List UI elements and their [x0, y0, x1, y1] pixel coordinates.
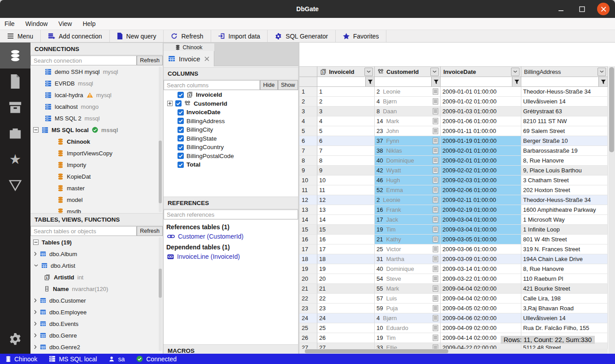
cell-billing-address[interactable]: Berger Straße 10: [521, 136, 608, 146]
menu-file[interactable]: File: [4, 20, 15, 27]
checkbox-checked-icon[interactable]: [178, 92, 184, 98]
rail-item-files[interactable]: [0, 69, 30, 94]
cell-invoice-date[interactable]: 2009-04-06 02:00:00: [441, 313, 521, 323]
columns-hide-button[interactable]: Hide: [260, 80, 278, 90]
open-reference-icon[interactable]: [433, 157, 438, 164]
row-number-cell[interactable]: 4: [299, 116, 317, 126]
rail-item-archive[interactable]: [0, 94, 30, 120]
cell-billing-address[interactable]: 1600 Amphitheatre Parkway: [521, 205, 608, 215]
grid-vertical-scrollbar[interactable]: [608, 66, 615, 354]
checkbox-checked-icon[interactable]: [178, 109, 184, 116]
cell-invoice-id[interactable]: 15: [317, 225, 375, 235]
collapse-expander-icon[interactable]: [33, 127, 39, 133]
cell-billing-address[interactable]: Ullevålsveien 14: [521, 313, 608, 323]
row-number-cell[interactable]: 6: [299, 136, 317, 146]
cell-billing-address[interactable]: 801 W 4th Street: [521, 235, 608, 244]
maximize-button[interactable]: [576, 4, 587, 14]
cell-customer-id[interactable]: 4Bjørn: [375, 313, 441, 323]
cell-billing-address[interactable]: Grétrystraat 63: [521, 107, 608, 116]
cell-customer-id[interactable]: 8Daan: [375, 107, 441, 116]
cell-invoice-id[interactable]: 25: [317, 323, 375, 333]
row-number-cell[interactable]: 11: [299, 185, 317, 195]
open-reference-icon[interactable]: [433, 256, 438, 262]
filter-funnel-icon[interactable]: [365, 77, 374, 86]
cell-invoice-id[interactable]: 22: [317, 294, 375, 304]
cell-customer-id[interactable]: 54Steve: [375, 274, 441, 284]
open-reference-icon[interactable]: [433, 137, 438, 144]
cell-invoice-id[interactable]: 18: [317, 254, 375, 264]
open-reference-icon[interactable]: [433, 295, 438, 302]
row-number-cell[interactable]: 12: [299, 195, 317, 205]
chevron-right-icon[interactable]: [34, 345, 37, 349]
cell-invoice-date[interactable]: 2009-04-04 02:00:00: [441, 294, 521, 304]
cell-billing-address[interactable]: 421 Bourke Street: [521, 284, 608, 294]
cell-billing-address[interactable]: 194A Chain Lake Drive: [521, 254, 608, 264]
row-number-cell[interactable]: 21: [299, 284, 317, 294]
connection-item[interactable]: localhostmongo: [30, 101, 163, 112]
cell-billing-address[interactable]: 9, Place Louis Barthou: [521, 166, 608, 176]
open-reference-icon[interactable]: [433, 88, 438, 95]
toolbar-button-add-connection[interactable]: Add connection: [41, 30, 110, 42]
connections-scrollbar[interactable]: [159, 67, 162, 212]
cell-customer-id[interactable]: 59Puja: [375, 304, 441, 313]
database-item[interactable]: Chinook: [30, 136, 163, 147]
column-checkbox-item[interactable]: BillingCity: [164, 125, 298, 134]
row-number-cell[interactable]: 14: [299, 215, 317, 225]
column-menu-chevron-icon[interactable]: [364, 68, 373, 76]
column-checkbox-item[interactable]: Total: [164, 160, 298, 169]
row-number-cell[interactable]: 26: [299, 333, 317, 343]
open-reference-icon[interactable]: [433, 275, 438, 282]
cell-invoice-id[interactable]: 4: [317, 116, 375, 126]
grid-header-BillingAddress[interactable]: BillingAddress: [521, 66, 608, 77]
cell-invoice-date[interactable]: 2009-03-04 01:00:00: [441, 215, 521, 225]
cell-customer-id[interactable]: 38Niklas: [375, 146, 441, 156]
open-reference-icon[interactable]: [433, 325, 438, 331]
row-number-cell[interactable]: 24: [299, 313, 317, 323]
cell-customer-id[interactable]: 40Dominique: [375, 156, 441, 166]
cell-billing-address[interactable]: 110 Raeburn Pl: [521, 274, 608, 284]
menu-help[interactable]: Help: [82, 20, 95, 27]
reference-link[interactable]: InvoiceLine (InvoiceId): [166, 253, 295, 260]
chevron-right-icon[interactable]: [34, 310, 37, 314]
cell-customer-id[interactable]: 52Emma: [375, 185, 441, 195]
cell-invoice-id[interactable]: 20: [317, 274, 375, 284]
row-number-cell[interactable]: 13: [299, 205, 317, 215]
cell-invoice-date[interactable]: 2009-01-19 01:00:00: [441, 136, 521, 146]
cell-invoice-date[interactable]: 2009-02-01 01:00:00: [441, 156, 521, 166]
cell-customer-id[interactable]: 37Fynn: [375, 136, 441, 146]
cell-billing-address[interactable]: 3,Raj Bhavan Road: [521, 304, 608, 313]
minimize-button[interactable]: [556, 4, 567, 14]
open-reference-icon[interactable]: [433, 98, 438, 105]
checkbox-checked-icon[interactable]: [178, 127, 184, 133]
cell-customer-id[interactable]: 14Mark: [375, 116, 441, 126]
cell-invoice-id[interactable]: 6: [317, 136, 375, 146]
database-item[interactable]: model: [30, 194, 163, 206]
cell-invoice-id[interactable]: 5: [317, 126, 375, 136]
chevron-right-icon[interactable]: [34, 333, 37, 338]
cell-invoice-id[interactable]: 11: [317, 185, 375, 195]
close-button[interactable]: [597, 3, 610, 15]
row-number-cell[interactable]: 19: [299, 264, 317, 274]
open-reference-icon[interactable]: [433, 334, 438, 341]
open-reference-icon[interactable]: [433, 206, 438, 213]
cell-invoice-id[interactable]: 9: [317, 166, 375, 176]
column-menu-chevron-icon[interactable]: [511, 68, 520, 76]
rail-item-plugins[interactable]: [0, 120, 30, 146]
column-item[interactable]: 1ArtistIdint: [30, 271, 163, 283]
column-checkbox-item[interactable]: InvoiceDate: [164, 108, 298, 117]
cell-customer-id[interactable]: 23John: [375, 126, 441, 136]
tables-scrollbar[interactable]: [159, 237, 162, 351]
filter-funnel-icon[interactable]: [598, 77, 607, 86]
cell-billing-address[interactable]: Calle Lira, 198: [521, 294, 608, 304]
cell-invoice-id[interactable]: 13: [317, 205, 375, 215]
checkbox-checked-icon[interactable]: [178, 135, 184, 141]
column-menu-chevron-icon[interactable]: [598, 68, 606, 76]
table-item[interactable]: dbo.Events: [30, 318, 163, 330]
database-item[interactable]: KopieDat: [30, 171, 163, 182]
cell-customer-id[interactable]: 46Hugh: [375, 176, 441, 185]
connection-item[interactable]: demo SSH mysqlmysql: [30, 66, 163, 77]
cell-invoice-date[interactable]: 2009-02-11 01:00:00: [441, 195, 521, 205]
column-menu-chevron-icon[interactable]: [430, 68, 439, 76]
connections-search-input[interactable]: [30, 56, 137, 65]
row-number-cell[interactable]: 20: [299, 274, 317, 284]
